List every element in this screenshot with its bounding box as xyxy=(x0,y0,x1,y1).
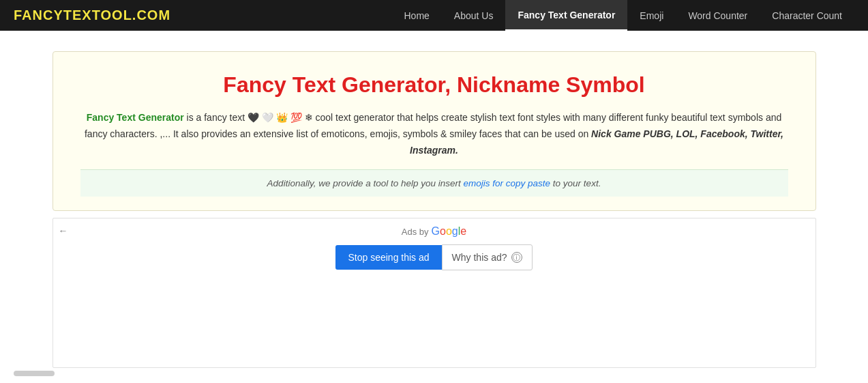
nav-link-word-counter[interactable]: Word Counter xyxy=(676,0,760,31)
ads-by-text: Ads by xyxy=(402,227,429,237)
emojis-copy-paste-link[interactable]: emojis for copy paste xyxy=(464,178,551,188)
nav-item-character-count[interactable]: Character Count xyxy=(760,0,854,31)
nav-link-character-count[interactable]: Character Count xyxy=(760,0,854,31)
back-arrow-icon[interactable]: ← xyxy=(59,225,68,236)
info-circle-icon: ⓘ xyxy=(511,252,522,263)
additional-note: Additionally, we provide a tool to help … xyxy=(80,169,788,197)
nav-item-home[interactable]: Home xyxy=(392,0,442,31)
nav-link-about-us[interactable]: About Us xyxy=(442,0,506,31)
google-logo-text: Google xyxy=(432,225,467,238)
ad-section: ← Ads by Google Stop seeing this ad Why … xyxy=(53,218,816,368)
description-paragraph: Fancy Text Generator is a fancy text 🖤 🤍… xyxy=(80,110,788,158)
nav-item-emoji[interactable]: Emoji xyxy=(627,0,676,31)
ads-by-google-label: Ads by Google xyxy=(402,225,466,238)
nav-link-home[interactable]: Home xyxy=(392,0,442,31)
nav-item-about-us[interactable]: About Us xyxy=(442,0,506,31)
why-this-ad-button[interactable]: Why this ad? ⓘ xyxy=(442,244,533,270)
scrollbar[interactable] xyxy=(14,371,55,376)
nav-item-word-counter[interactable]: Word Counter xyxy=(676,0,760,31)
additional-note-after: to your text. xyxy=(550,178,601,188)
stop-seeing-ad-button[interactable]: Stop seeing this ad xyxy=(335,245,441,270)
fancy-text-label: Fancy Text Generator xyxy=(87,112,184,123)
nav-item-fancy-text-generator[interactable]: Fancy Text Generator xyxy=(505,0,627,31)
main-content: Fancy Text Generator, Nickname Symbol Fa… xyxy=(39,51,830,368)
additional-note-before: Additionally, we provide a tool to help … xyxy=(267,178,464,188)
nav-links: Home About Us Fancy Text Generator Emoji… xyxy=(392,0,855,31)
navbar: FANCYTEXTOOL.COM Home About Us Fancy Tex… xyxy=(0,0,868,31)
nav-link-fancy-text-generator[interactable]: Fancy Text Generator xyxy=(505,0,627,31)
nav-logo[interactable]: FANCYTEXTOOL.COM xyxy=(14,8,170,23)
ad-action-buttons: Stop seeing this ad Why this ad? ⓘ xyxy=(335,244,532,270)
why-this-ad-label: Why this ad? xyxy=(452,252,507,263)
nav-link-emoji[interactable]: Emoji xyxy=(627,0,676,31)
page-title: Fancy Text Generator, Nickname Symbol xyxy=(80,72,788,98)
info-box: Fancy Text Generator, Nickname Symbol Fa… xyxy=(53,51,816,211)
